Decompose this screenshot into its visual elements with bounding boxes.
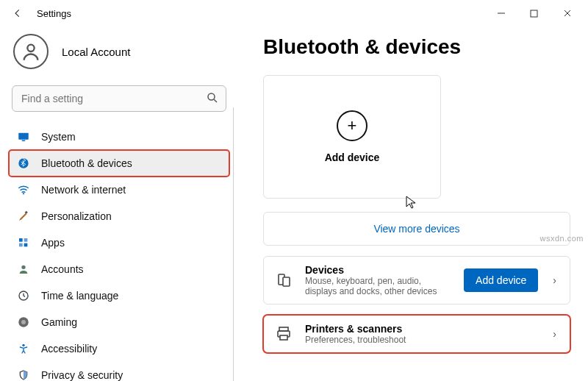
clock-icon (16, 288, 31, 303)
sidebar-item-system[interactable]: System (9, 124, 229, 150)
chevron-right-icon: › (550, 274, 559, 286)
sidebar-item-personalization[interactable]: Personalization (9, 203, 229, 229)
chevron-right-icon: › (550, 328, 559, 340)
nav-label: Gaming (41, 316, 77, 328)
window-title: Settings (37, 8, 71, 19)
add-device-label: Add device (325, 152, 380, 163)
svg-rect-9 (25, 211, 28, 214)
add-device-button[interactable]: Add device (464, 268, 538, 292)
watermark: wsxdn.com (539, 234, 584, 243)
search-box[interactable] (12, 85, 226, 112)
row-devices[interactable]: Devices Mouse, keyboard, pen, audio, dis… (263, 256, 570, 305)
display-icon (16, 129, 31, 144)
svg-point-14 (21, 266, 25, 269)
add-device-card[interactable]: + Add device (263, 75, 441, 199)
page-title: Bluetooth & devices (263, 35, 570, 59)
nav-label: Time & language (41, 290, 118, 302)
nav-label: Privacy & security (41, 369, 123, 381)
apps-icon (16, 235, 31, 250)
arrow-left-icon (12, 8, 23, 18)
svg-point-7 (18, 158, 28, 168)
devices-icon (274, 271, 293, 290)
bluetooth-icon (16, 156, 31, 171)
search-icon (206, 91, 219, 104)
account-name: Local Account (62, 46, 130, 58)
back-button[interactable] (10, 6, 25, 21)
nav-label: Personalization (41, 210, 112, 222)
svg-rect-12 (19, 243, 23, 247)
svg-rect-5 (18, 133, 29, 140)
maximize-button[interactable] (517, 2, 551, 24)
sidebar-item-gaming[interactable]: Gaming (9, 309, 229, 335)
shield-icon (16, 368, 31, 381)
svg-rect-21 (283, 277, 290, 286)
svg-point-8 (23, 193, 24, 194)
printer-icon (274, 324, 293, 343)
sidebar-item-time[interactable]: Time & language (9, 282, 229, 309)
titlebar: Settings (0, 0, 588, 26)
sidebar-item-accessibility[interactable]: Accessibility (9, 335, 229, 362)
svg-point-3 (208, 93, 215, 100)
svg-point-18 (21, 320, 26, 324)
search-input[interactable] (12, 85, 226, 112)
sidebar-item-apps[interactable]: Apps (9, 229, 229, 256)
minimize-button[interactable] (484, 2, 517, 24)
gaming-icon (16, 315, 31, 330)
wifi-icon (16, 182, 31, 197)
sidebar-item-network[interactable]: Network & internet (9, 177, 229, 203)
person-icon (16, 262, 31, 277)
svg-rect-24 (280, 335, 287, 340)
svg-rect-10 (19, 238, 23, 242)
minimize-icon (497, 9, 506, 18)
avatar-icon (13, 34, 49, 69)
view-more-devices-button[interactable]: View more devices (263, 212, 570, 246)
nav-label: Accessibility (41, 343, 97, 355)
close-icon (563, 9, 572, 18)
brush-icon (16, 209, 31, 224)
row-printers[interactable]: Printers & scanners Preferences, trouble… (263, 315, 570, 353)
nav-label: System (41, 131, 76, 143)
row-title: Devices (305, 264, 452, 276)
close-button[interactable] (551, 2, 584, 24)
svg-point-2 (27, 45, 34, 51)
svg-rect-1 (531, 10, 537, 17)
nav-label: Apps (41, 237, 65, 249)
row-subtitle: Preferences, troubleshoot (305, 335, 538, 345)
view-more-label: View more devices (373, 223, 459, 235)
nav-label: Accounts (41, 263, 84, 275)
nav-label: Bluetooth & devices (41, 157, 132, 169)
nav-list: System Bluetooth & devices Network & int… (9, 124, 229, 381)
svg-line-4 (214, 99, 217, 102)
row-title: Printers & scanners (305, 323, 538, 335)
maximize-icon (530, 10, 538, 18)
sidebar: Local Account System Bluetooth & devices… (0, 26, 234, 381)
nav-label: Network & internet (41, 184, 126, 196)
accessibility-icon (16, 341, 31, 356)
sidebar-item-accounts[interactable]: Accounts (9, 256, 229, 282)
row-subtitle: Mouse, keyboard, pen, audio, displays an… (305, 276, 452, 296)
sidebar-item-privacy[interactable]: Privacy & security (9, 362, 229, 381)
sidebar-item-bluetooth[interactable]: Bluetooth & devices (9, 150, 229, 177)
account-block[interactable]: Local Account (9, 29, 229, 82)
svg-rect-11 (24, 238, 28, 242)
svg-rect-13 (24, 243, 28, 247)
main-panel: Bluetooth & devices + Add device View mo… (234, 26, 588, 381)
svg-rect-6 (22, 140, 26, 142)
svg-point-19 (22, 344, 24, 346)
plus-circle-icon: + (337, 110, 368, 141)
